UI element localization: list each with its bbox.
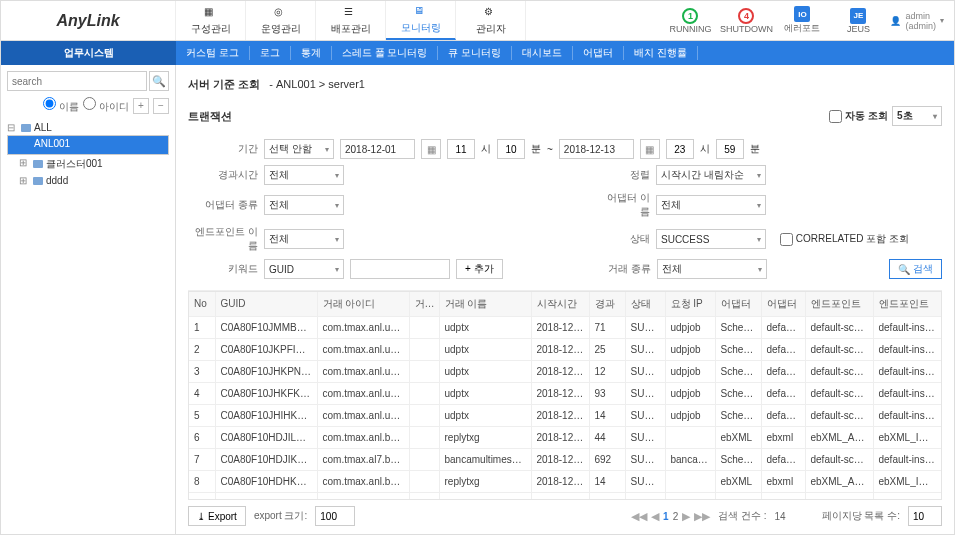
min-from[interactable] [497, 139, 525, 159]
table-row[interactable]: 6C0A80F10HDJILCADCcom.tmax.anl.ban...rep… [189, 426, 942, 448]
adapter-kind-select[interactable]: 전체▾ [264, 195, 344, 215]
nav-icon: ⚙ [484, 6, 498, 20]
status-shutdown[interactable]: 4SHUTDOWN [722, 8, 770, 34]
logo: AnyLink [1, 1, 176, 40]
calendar-from-icon[interactable]: ▦ [421, 139, 441, 159]
col-11[interactable]: 엔드포인트 [805, 292, 873, 316]
elapsed-select[interactable]: 전체▾ [264, 165, 344, 185]
first-page-icon[interactable]: ◀◀ [631, 510, 647, 523]
table-row[interactable]: 8C0A80F10HDHKCDEAcom.tmax.anl.ban...repl… [189, 470, 942, 492]
search-input[interactable] [7, 71, 147, 91]
hour-to[interactable] [666, 139, 694, 159]
subnav-item-5[interactable]: 대시보드 [512, 46, 573, 60]
calendar-to-icon[interactable]: ▦ [640, 139, 660, 159]
txtype-select[interactable]: 전체▾ [657, 259, 767, 279]
tree-remove-button[interactable]: − [153, 98, 169, 114]
col-8[interactable]: 요청 IP [665, 292, 715, 316]
tree-item-anl001[interactable]: ANL001 [7, 135, 169, 155]
col-9[interactable]: 어댑터 [715, 292, 761, 316]
radio-name[interactable]: 이름 [43, 97, 79, 114]
col-7[interactable]: 상태 [625, 292, 665, 316]
last-page-icon[interactable]: ▶▶ [694, 510, 710, 523]
user-icon: 👤 [890, 16, 901, 26]
tree-item-dddd[interactable]: dddd [7, 173, 169, 188]
table-row[interactable]: 4C0A80F10JHKFKACNCcom.tmax.anl.udp...udp… [189, 382, 942, 404]
label-elapsed: 경과시간 [188, 168, 258, 182]
next-page-icon[interactable]: ▶ [682, 510, 690, 523]
subnav-item-7[interactable]: 배치 진행률 [624, 46, 698, 60]
nav-icon: ▦ [204, 6, 218, 20]
adapter-name-select[interactable]: 전체▾ [656, 195, 766, 215]
label-period: 기간 [188, 142, 258, 156]
status-jeus[interactable]: JEJEUS [834, 8, 882, 34]
table-row[interactable]: 9C0A80F10HDHDBNFCcom.tmax.anl.ban...repl… [189, 492, 942, 500]
col-3[interactable]: 거래 [409, 292, 439, 316]
col-12[interactable]: 엔드포인트 [873, 292, 941, 316]
search-button[interactable]: 🔍 검색 [889, 259, 942, 279]
prev-page-icon[interactable]: ◀ [651, 510, 659, 523]
nav-icon: 🖥 [414, 5, 428, 19]
topnav-0[interactable]: ▦구성관리 [176, 1, 246, 40]
date-from[interactable]: 2018-12-01 [340, 139, 415, 159]
topnav-1[interactable]: ◎운영관리 [246, 1, 316, 40]
table-row[interactable]: 2C0A80F10JKPFIOAFCNcom.tmax.anl.udp...ud… [189, 338, 942, 360]
col-1[interactable]: GUID [215, 292, 317, 316]
label-keyword: 키워드 [188, 262, 258, 276]
topnav-3[interactable]: 🖥모니터링 [386, 1, 456, 40]
subnav-item-2[interactable]: 통계 [291, 46, 332, 60]
subnav-item-4[interactable]: 큐 모니터링 [438, 46, 512, 60]
keyword-input[interactable] [350, 259, 450, 279]
user-menu[interactable]: 👤 admin(admin) ▾ [890, 11, 944, 31]
period-select[interactable]: 선택 안함▾ [264, 139, 334, 159]
topnav-4[interactable]: ⚙관리자 [456, 1, 526, 40]
label-adapter-name: 어댑터 이름 [600, 191, 650, 219]
status-errorport[interactable]: IO에러포트 [778, 6, 826, 35]
correlated-checkbox[interactable]: CORRELATED 포함 조회 [772, 232, 942, 246]
table-row[interactable]: 7C0A80F10HDJIKPJCDIcom.tmax.al7.ban...ba… [189, 448, 942, 470]
tree-add-button[interactable]: + [133, 98, 149, 114]
tree-item-cluster[interactable]: 클러스터001 [7, 155, 169, 173]
col-13[interactable]: 대상 [941, 292, 942, 316]
search-button[interactable]: 🔍 [149, 71, 169, 91]
col-0[interactable]: No [189, 292, 215, 316]
endpoint-select[interactable]: 전체▾ [264, 229, 344, 249]
result-table: NoGUID거래 아이디거래거래 이름시작시간경과상태요청 IP어댑터어댑터엔드… [189, 292, 942, 500]
add-keyword-button[interactable]: + 추가 [456, 259, 503, 279]
tree-root[interactable]: ALL [7, 120, 169, 135]
export-button[interactable]: ⤓ Export [188, 506, 246, 526]
col-6[interactable]: 경과 [589, 292, 625, 316]
pager[interactable]: ◀◀ ◀ 1 2 ▶ ▶▶ [631, 510, 710, 523]
col-4[interactable]: 거래 이름 [439, 292, 531, 316]
status-select[interactable]: SUCCESS▾ [656, 229, 766, 249]
sort-select[interactable]: 시작시간 내림차순▾ [656, 165, 766, 185]
subnav-item-6[interactable]: 어댑터 [573, 46, 624, 60]
min-to[interactable] [716, 139, 744, 159]
status-running[interactable]: 1RUNNING [666, 8, 714, 34]
col-2[interactable]: 거래 아이디 [317, 292, 409, 316]
chevron-down-icon: ▾ [940, 16, 944, 25]
page-size-input[interactable] [908, 506, 942, 526]
label-txtype: 거래 종류 [601, 262, 651, 276]
auto-query-checkbox[interactable]: 자동 조회 [829, 109, 888, 123]
subnav-bizsystem[interactable]: 업무시스템 [1, 41, 176, 65]
col-10[interactable]: 어댑터 [761, 292, 805, 316]
table-row[interactable]: 5C0A80F10JHIHKHLKFcom.tmax.anl.udp...udp… [189, 404, 942, 426]
hour-from[interactable] [447, 139, 475, 159]
auto-interval-select[interactable]: 5초▾ [892, 106, 942, 126]
subnav-item-3[interactable]: 스레드 풀 모니터링 [332, 46, 439, 60]
table-row[interactable]: 1C0A80F10JMMBBMLRcom.tmax.anl.udp...udpt… [189, 316, 942, 338]
topnav-2[interactable]: ☰배포관리 [316, 1, 386, 40]
radio-id[interactable]: 아이디 [83, 97, 129, 114]
nav-icon: ☰ [344, 6, 358, 20]
label-endpoint: 엔드포인트 이름 [188, 225, 258, 253]
breadcrumb: 서버 기준 조회 - ANL001 > server1 [188, 73, 942, 102]
keyword-type-select[interactable]: GUID▾ [264, 259, 344, 279]
export-size-input[interactable] [315, 506, 355, 526]
table-row[interactable]: 3C0A80F10JHKPNPNOcom.tmax.anl.udp...udpt… [189, 360, 942, 382]
label-sort: 정렬 [600, 168, 650, 182]
subnav-item-0[interactable]: 커스텀 로그 [176, 46, 250, 60]
subnav-item-1[interactable]: 로그 [250, 46, 291, 60]
date-to[interactable]: 2018-12-13 [559, 139, 634, 159]
col-5[interactable]: 시작시간 [531, 292, 589, 316]
panel-title: 트랜잭션 [188, 109, 232, 124]
